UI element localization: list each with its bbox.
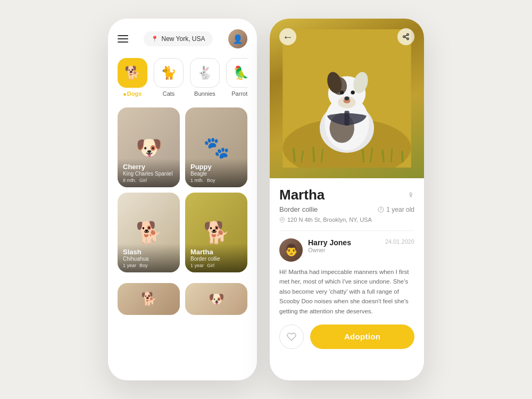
martha-gender: Girl — [207, 263, 214, 268]
pet-hero-image: ← — [270, 19, 424, 178]
owner-row: 👨 Harry Jones Owner 24.01.2020 — [279, 238, 414, 262]
cherry-breed: King Charles Spaniel — [123, 171, 174, 177]
pet-breed: Border collie — [279, 205, 318, 213]
puppy-breed: Beagle — [190, 171, 242, 177]
hamburger-menu[interactable] — [118, 35, 128, 43]
cats-label: Cats — [163, 90, 175, 97]
martha-overlay: Martha Border collie 1 year Girl — [185, 244, 247, 272]
svg-point-30 — [281, 219, 283, 220]
puppy-overlay: Puppy Beagle 1 mth. Boy — [185, 159, 247, 187]
parrots-icon: 🦜 — [233, 65, 247, 80]
parrots-icon-wrap: 🦜 — [226, 58, 247, 88]
location-text: New York, USA — [161, 35, 205, 43]
pet-address: 120 N 4th St, Brooklyn, NY, USA — [287, 217, 372, 223]
category-dogs[interactable]: 🐕 Dogs — [118, 58, 147, 97]
owner-role: Owner — [308, 247, 380, 253]
svg-rect-14 — [344, 111, 349, 126]
dogs-icon: 🐕 — [124, 65, 140, 80]
slash-gender: Boy — [139, 263, 148, 268]
share-button[interactable] — [397, 28, 414, 45]
clock-icon — [378, 206, 384, 213]
martha-meta: 1 year Girl — [190, 263, 242, 268]
pet-card-slash[interactable]: 🐕 Slash Chihuahua 1 year Boy — [118, 193, 180, 272]
favorite-button[interactable] — [279, 325, 304, 349]
owner-name: Harry Jones — [308, 238, 380, 247]
pet-location: 120 N 4th St, Brooklyn, NY, USA — [279, 217, 414, 223]
puppy-name: Puppy — [190, 163, 242, 171]
pet-grid: 🐶 Cherry King Charles Spaniel 8 mth. Gir… — [118, 107, 247, 272]
location-pin-icon — [279, 217, 285, 223]
category-parrots[interactable]: 🦜 Parrots — [226, 58, 247, 97]
pet-breed-row: Border collie 1 year old — [279, 205, 414, 213]
location-pill[interactable]: 📍 New York, USA — [144, 31, 212, 46]
slash-breed: Chihuahua — [123, 256, 174, 262]
dogs-icon-wrap: 🐕 — [118, 58, 147, 88]
divider — [279, 230, 414, 231]
cherry-age: 8 mth. — [123, 178, 136, 183]
dog-illustration — [278, 29, 416, 168]
bunnies-label: Bunnies — [194, 90, 215, 97]
phone-left: 📍 New York, USA 👤 🐕 Dogs 🐈 — [108, 19, 257, 380]
pet-card-martha[interactable]: 🐕 Martha Border collie 1 year Girl — [185, 193, 247, 272]
cherry-gender: Girl — [139, 178, 147, 183]
gender-icon: ♀ — [408, 189, 415, 201]
user-avatar[interactable]: 👤 — [228, 29, 247, 48]
slash-name: Slash — [123, 248, 174, 256]
martha-breed: Border collie — [190, 256, 242, 262]
puppy-age: 1 mth. — [190, 178, 204, 183]
app-container: 📍 New York, USA 👤 🐕 Dogs 🐈 — [76, 0, 456, 399]
bunnies-icon-wrap: 🐇 — [190, 58, 220, 88]
puppy-meta: 1 mth. Boy — [190, 178, 242, 183]
bunnies-icon: 🐇 — [197, 65, 213, 80]
pet-card-cherry[interactable]: 🐶 Cherry King Charles Spaniel 8 mth. Gir… — [118, 107, 180, 187]
pet-detail: Martha ♀ Border collie 1 year old 120 N … — [270, 178, 424, 363]
header: 📍 New York, USA 👤 — [118, 29, 247, 48]
dogs-label: Dogs — [123, 90, 142, 97]
adoption-button[interactable]: Adoption — [310, 325, 414, 349]
cherry-name: Cherry — [123, 163, 174, 171]
pet-name-row: Martha ♀ — [279, 187, 414, 203]
back-button[interactable]: ← — [279, 28, 296, 45]
heart-icon — [287, 332, 296, 342]
location-icon: 📍 — [151, 36, 159, 43]
owner-info: Harry Jones Owner — [308, 238, 380, 253]
slash-meta: 1 year Boy — [123, 263, 174, 268]
pet-name: Martha — [279, 187, 325, 203]
pet-card-puppy[interactable]: 🐾 Puppy Beagle 1 mth. Boy — [185, 107, 247, 187]
owner-date: 24.01.2020 — [385, 238, 414, 245]
cherry-meta: 8 mth. Girl — [123, 178, 174, 183]
pet-description: Hi! Martha had impeccable manners when I… — [279, 267, 414, 316]
phone-right: ← Martha ♀ Border collie 1 ye — [270, 19, 424, 380]
slash-overlay: Slash Chihuahua 1 year Boy — [118, 244, 180, 272]
puppy-gender: Boy — [207, 178, 215, 183]
category-cats[interactable]: 🐈 Cats — [154, 58, 184, 97]
action-row: Adoption — [279, 325, 414, 354]
svg-point-12 — [340, 90, 344, 94]
svg-point-11 — [344, 96, 349, 100]
svg-line-27 — [405, 37, 407, 38]
pet-age: 1 year old — [378, 206, 414, 213]
cats-icon: 🐈 — [161, 65, 177, 80]
slash-age: 1 year — [123, 263, 136, 268]
category-bunnies[interactable]: 🐇 Bunnies — [190, 58, 220, 97]
active-dot — [123, 93, 126, 96]
cats-icon-wrap: 🐈 — [154, 58, 184, 88]
martha-age: 1 year — [190, 263, 204, 268]
categories-row: 🐕 Dogs 🐈 Cats 🐇 Bunnies — [118, 58, 247, 97]
svg-rect-23 — [401, 151, 403, 162]
svg-line-28 — [405, 35, 407, 36]
svg-point-13 — [351, 90, 354, 94]
martha-name: Martha — [190, 248, 242, 256]
parrots-label: Parrots — [231, 90, 247, 97]
owner-avatar: 👨 — [279, 238, 303, 262]
cherry-overlay: Cherry King Charles Spaniel 8 mth. Girl — [118, 159, 180, 187]
